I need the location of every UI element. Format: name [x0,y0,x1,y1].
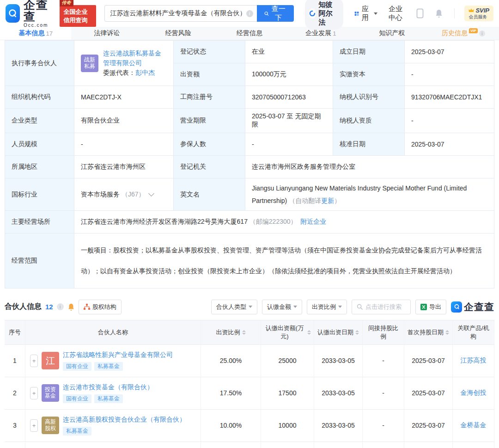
tab-7[interactable]: 历史信息VIPi [428,27,499,40]
column-header-8: 关联产品/机构 [453,320,494,345]
partners-filters: 合伙人类型认缴金额出资比例 点击进行搜索 导出 企查查 [211,300,494,314]
org-code-label: 组织机构代码 [5,86,74,109]
filter-dropdown-1[interactable]: 合伙人类型 [211,300,257,314]
filter-dropdown-2[interactable]: 认缴金额 [262,300,302,314]
biz-term-label: 营业期限 [174,109,245,133]
mobile-app-icon[interactable] [416,8,424,18]
expand-row-button[interactable]: + [30,387,38,399]
ent-type-label: 企业类型 [5,109,74,133]
insured-label: 参保人数 [174,133,245,156]
partner-name-link[interactable]: 连云港市投资基金（有限合伙） [63,383,153,391]
table-row: 3+高新股权连云港高新股权投资合伙企业（有限合伙）私募基金10.00%10000… [5,410,494,442]
taxpayer-id-value: 91320706MAEC2DTJX1 [405,86,494,109]
chevron-down-icon[interactable] [149,190,155,196]
subscription-date: 2033-03-05 [314,442,363,448]
partner-name-cell: +高新股权连云港高新股权投资合伙企业（有限合伙）私募基金 [25,410,201,442]
paid-capital-label: 实缴资本 [333,63,405,86]
enterprise-center-link[interactable]: 企业中心 [389,5,405,22]
tab-6[interactable]: 知识产权 [356,27,427,40]
rep-name-link[interactable]: 彭中杰 [135,69,155,76]
sort-icon[interactable] [242,330,246,335]
scope-label: 经营范围 [5,233,74,288]
partner-name-link[interactable]: 江苏省战略性新兴产业母基金有限公司 [63,351,173,358]
subscribed-amount: 10000 [261,442,314,448]
ent-type-value: 有限合伙企业 [74,109,174,133]
column-header-7[interactable]: 首次持股日期 [404,320,453,345]
apps-menu[interactable]: 应用 [354,5,377,22]
industry-label: 国标行业 [5,178,74,211]
indirect-ratio: 0.0417% [363,442,404,448]
translate-update-link[interactable]: 更新 [321,197,334,204]
column-header-2: 合伙人名称 [25,320,201,345]
qcc-watermark: 企查查 [451,301,494,313]
first-holding-date: 2025-03-07 [404,377,453,410]
chevron-down-icon [249,306,252,308]
subscription-date: 2033-03-05 [314,377,363,410]
clear-search-icon[interactable]: i [246,10,253,17]
column-header-5[interactable]: 认缴出资日期 [314,320,363,345]
partner-name-link[interactable]: 连云港高新股权投资合伙企业（有限合伙） [63,416,186,423]
partner-name-block: 连云港市投资基金（有限合伙）国有企业私募基金 [63,383,153,403]
capital-value: 100000万元 [245,63,333,86]
indirect-ratio: - [363,377,404,410]
filter-dropdown-3[interactable]: 出资比例 [307,300,347,314]
alert-bell-icon[interactable] [67,303,75,311]
rep-label: 委派代表： [103,69,135,76]
export-button[interactable]: 导出 [415,300,446,314]
top-header: 企查查 Qcc.com 传奇 全国企业信用查询 江苏连云港新材料产业专项母基金（… [0,0,499,27]
partner-name-cell: +投资基金连云港市投资基金（有限合伙）国有企业私募基金 [25,377,201,410]
partners-search-input[interactable]: 点击进行搜索 [352,300,411,314]
row-number: 2 [5,377,25,410]
info-icon[interactable]: i [57,303,64,310]
nearby-companies-link[interactable]: 附近企业 [300,218,326,225]
expand-row-button[interactable]: + [30,355,38,367]
row-number: 3 [5,410,25,442]
notification-bell-icon[interactable] [435,9,443,18]
partner-name-cell: +连云港市工业投资集团有限公司市管国企 [25,442,201,448]
subscription-date: 2033-03-05 [314,345,363,377]
partner-avatar: 江 [42,352,59,369]
qcc-logo-icon [6,4,20,23]
qcc-logo[interactable]: 企查查 Qcc.com [6,0,52,28]
related-product-cell: 金桥基金 [453,410,494,442]
column-header-4[interactable]: 认缴出资额(万元) [261,320,314,345]
tag-badge: 私募基金 [94,362,123,371]
zhibi-alpha-button[interactable]: 知彼阿尔法 [305,0,343,30]
search-input[interactable]: 江苏连云港新材料产业专项母基金（有限合伙） i [104,5,257,22]
tab-1[interactable]: 基本信息17 [0,27,71,40]
expand-row-button[interactable]: + [30,419,38,432]
sort-icon[interactable] [445,330,449,335]
reg-authority-label: 登记机关 [174,156,245,178]
svip-member-badge[interactable]: SVIP 会员服务 [464,6,493,21]
table-row: 1+江江苏省战略性新兴产业母基金有限公司国有企业私募基金25.00%250002… [5,345,494,377]
exec-partner-value: 战新私募 连云港战新私募基金管理有限公司 委派代表：彭中杰 [74,41,174,86]
zhibi-logo-icon [309,8,316,18]
grid-icon [354,10,359,17]
equity-structure-button[interactable]: 股权结构 [79,300,122,314]
reg-authority-value: 连云港市海州区政务服务管理办公室 [245,156,494,178]
tag-badge: 私募基金 [63,427,91,436]
search-button[interactable]: 查一下 [257,5,294,22]
sort-icon[interactable] [307,330,311,335]
tag-badge: 国有企业 [63,362,91,371]
tab-3[interactable]: 经营风险 [143,27,214,40]
tab-2[interactable]: 法律诉讼 [71,27,142,40]
related-product-link[interactable]: 江苏高投 [461,356,487,365]
exec-partner-company-link[interactable]: 连云港战新私募基金管理有限公司 [103,49,161,67]
search-icon [264,11,269,17]
tab-5[interactable]: 企业发展1 [285,27,356,40]
brand-text: 企查查 Qcc.com [24,0,53,28]
scope-value: 一般项目：股权投资；以私募基金从事股权投资、投资管理、资产管理等活动（须在中国证… [74,233,494,288]
column-header-3[interactable]: 出资比例 [201,320,261,345]
basic-info-section: 执行事务合伙人 战新私募 连云港战新私募基金管理有限公司 委派代表：彭中杰 登记… [5,40,494,288]
tab-4[interactable]: 经营信息 [214,27,285,40]
sort-icon[interactable] [355,330,359,335]
org-code-value: MAEC2DTJ-X [74,86,174,109]
related-product-link[interactable]: 金海创投 [461,389,487,397]
subscribed-amount: 10000 [261,410,314,442]
table-row: 2+投资基金连云港市投资基金（有限合伙）国有企业私募基金17.50%175002… [5,377,494,410]
related-product-link[interactable]: 金桥基金 [461,421,487,430]
basic-info-table: 执行事务合伙人 战新私募 连云港战新私募基金管理有限公司 委派代表：彭中杰 登记… [5,40,494,288]
first-holding-date: 2025-03-07 [404,410,453,442]
exec-partner-label: 执行事务合伙人 [5,41,74,86]
